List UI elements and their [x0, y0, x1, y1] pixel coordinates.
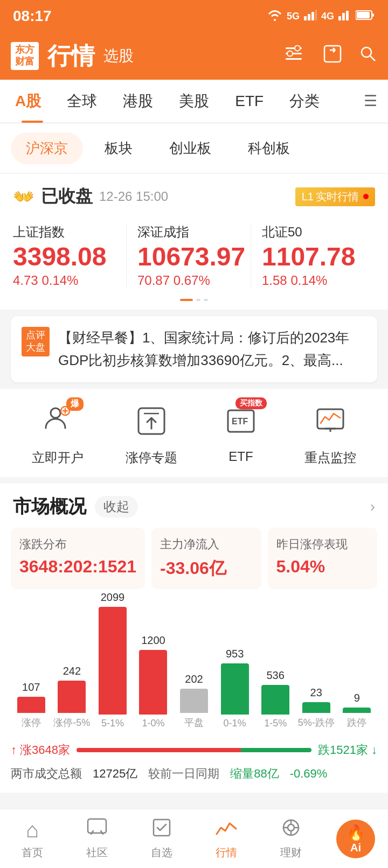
ai-label: Ai [350, 842, 361, 854]
signal-4g-bars-icon [338, 10, 351, 23]
sub-tab-star[interactable]: 科创板 [233, 132, 305, 164]
sub-tab-shjj[interactable]: 沪深京 [11, 132, 83, 164]
bar-col-3: 12001-0% [133, 634, 174, 729]
bar-body-7 [302, 702, 330, 713]
header-subtitle[interactable]: 选股 [103, 46, 134, 66]
action-etf[interactable]: ETF 买指数 ETF [219, 400, 262, 466]
search-icon[interactable] [359, 45, 377, 68]
index-row: 上证指数 3398.08 4.73 0.14% 深证成指 10673.97 70… [13, 219, 375, 292]
filter-icon[interactable] [286, 45, 306, 67]
svg-rect-8 [357, 12, 370, 18]
fire-icon: 🔥 [347, 824, 365, 842]
progress-up-label: ↑ 涨3648家 [11, 742, 70, 758]
hot-badge: 爆 [66, 397, 84, 411]
svg-point-13 [287, 51, 293, 57]
progress-down-label: 跌1521家 ↓ [318, 742, 377, 758]
bar-top-label-6: 536 [266, 669, 284, 682]
ai-button[interactable]: 🔥 Ai [336, 820, 375, 858]
finance-icon [281, 818, 301, 842]
logo-line2: 财富 [15, 56, 34, 68]
svg-rect-30 [154, 820, 170, 836]
market-nav-icon [216, 818, 237, 842]
action-limit-up[interactable]: 涨停专题 [126, 400, 177, 466]
stat-card-flow[interactable]: 主力净流入 -33.06亿 [151, 528, 261, 589]
stats-row: 涨跌分布 3648:202:1521 主力净流入 -33.06亿 昨日涨停表现 … [0, 519, 388, 600]
wifi-icon [267, 9, 282, 24]
svg-rect-1 [308, 14, 310, 20]
battery-icon [356, 10, 375, 23]
svg-point-18 [51, 408, 60, 418]
stat-card-distribution[interactable]: 涨跌分布 3648:202:1521 [11, 528, 145, 589]
market-icon: 👐 [13, 186, 34, 207]
bar-body-1 [58, 681, 86, 713]
svg-rect-9 [372, 13, 374, 17]
nav-market[interactable]: 行情 [194, 818, 259, 860]
signal-5g-icon: 5G [287, 11, 300, 22]
badge-level: L1 [302, 191, 314, 203]
svg-rect-15 [324, 46, 341, 62]
nav-community[interactable]: 社区 [65, 818, 129, 860]
tab-category[interactable]: 分类 [276, 80, 332, 123]
action-monitor[interactable]: 重点监控 [304, 400, 356, 466]
bar-chart-section: 107涨停242涨停-5%20995-1%12001-0%202平盘9530-1… [0, 600, 388, 738]
signal-4g-icon: 4G [321, 11, 334, 22]
dot-2 [204, 299, 208, 301]
bar-top-label-5: 953 [226, 648, 244, 660]
svg-rect-3 [315, 10, 317, 20]
index-name-sh: 上证指数 [13, 223, 126, 241]
status-time: 08:17 [13, 8, 52, 25]
action-label-etf: ETF [228, 449, 253, 464]
nav-watchlist[interactable]: 自选 [129, 818, 194, 860]
action-open-account[interactable]: 爆 立即开户 [32, 400, 84, 466]
tab-more-icon[interactable]: ☰ [364, 92, 377, 110]
tab-global[interactable]: 全球 [54, 80, 110, 123]
action-icon-wrap-monitor [309, 400, 352, 443]
bar-body-4 [180, 689, 208, 713]
nav-ai[interactable]: 🔥 Ai [323, 820, 388, 858]
news-badge-line2: 大盘 [26, 341, 45, 354]
action-icon-wrap-etf: ETF 买指数 [219, 400, 262, 443]
nav-finance[interactable]: 理财 [259, 818, 323, 860]
bar-bottom-label-1: 涨停-5% [53, 716, 90, 729]
news-badge-line1: 点评 [26, 329, 45, 341]
bar-col-1: 242涨停-5% [52, 665, 93, 729]
tab-us[interactable]: 美股 [166, 80, 222, 123]
svg-line-17 [370, 56, 375, 61]
tab-hk[interactable]: 港股 [110, 80, 166, 123]
app-header: 东方 财富 行情 选股 [0, 32, 388, 80]
share-icon[interactable] [323, 45, 342, 68]
svg-rect-0 [304, 16, 307, 20]
action-icon-wrap-limit [130, 400, 173, 443]
bar-bottom-label-5: 0-1% [224, 718, 246, 729]
bar-top-label-8: 9 [354, 692, 360, 704]
bar-bottom-label-0: 涨停 [22, 716, 41, 729]
bar-top-label-2: 2099 [101, 591, 125, 604]
sub-tab-chinext[interactable]: 创业板 [154, 132, 226, 164]
nav-home[interactable]: ⌂ 首页 [0, 818, 65, 860]
bar-col-4: 202平盘 [174, 673, 214, 729]
index-shanghai[interactable]: 上证指数 3398.08 4.73 0.14% [13, 219, 126, 292]
collapse-button[interactable]: 收起 [95, 496, 138, 517]
summary-compare-label: 较前一日同期 [148, 766, 219, 782]
nav-home-label: 首页 [22, 845, 43, 860]
realtime-badge[interactable]: L1 实时行情 [295, 187, 375, 206]
index-value-bj: 1107.78 [262, 244, 375, 270]
index-change-sh: 4.73 0.14% [13, 273, 126, 288]
status-icons: 5G 4G [267, 9, 375, 24]
stat-value-1: -33.06亿 [160, 557, 252, 580]
tab-a-shares[interactable]: A股 [11, 80, 54, 123]
stat-card-yesterday[interactable]: 昨日涨停表现 5.04% [268, 528, 377, 589]
index-bj50[interactable]: 北证50 1107.78 1.58 0.14% [251, 219, 375, 292]
market-closed-label: 已收盘 [41, 185, 93, 208]
sub-tab-sector[interactable]: 板块 [89, 132, 148, 164]
dot-active [180, 299, 193, 301]
index-shenzhen[interactable]: 深证成指 10673.97 70.87 0.67% [127, 219, 251, 292]
index-change-sz: 70.87 0.67% [137, 273, 251, 288]
bar-bottom-label-6: 1-5% [264, 718, 287, 729]
svg-point-32 [288, 824, 294, 831]
news-card[interactable]: 点评 大盘 【财经早餐】1、国家统计局：修订后的2023年GDP比初步核算数增加… [11, 316, 377, 382]
tab-etf[interactable]: ETF [222, 80, 276, 123]
svg-point-16 [362, 47, 371, 57]
bar-top-label-3: 1200 [141, 634, 165, 647]
home-icon: ⌂ [26, 818, 39, 842]
